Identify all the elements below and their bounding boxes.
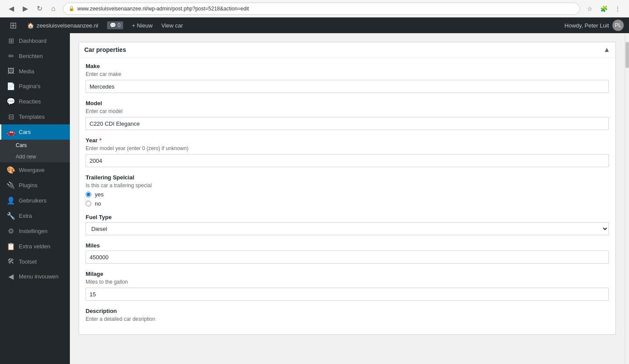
sidebar-item-cars[interactable]: 🚗 Cars (0, 124, 70, 140)
sidebar-item-label: Cars (19, 129, 31, 135)
sidebar-item-dashboard[interactable]: ⊞ Dashboard (0, 33, 70, 48)
year-label: Year * (86, 137, 609, 144)
plugins-icon: 🔌 (7, 181, 15, 189)
sidebar-submenu-add-new[interactable]: Add new (0, 151, 70, 162)
view-car-text: View car (161, 22, 183, 29)
comments-link[interactable]: 💬 0 (103, 17, 128, 33)
browser-nav-buttons: ◀ ▶ ↻ ⌂ (5, 3, 59, 15)
required-star: * (99, 137, 101, 144)
scrollbar[interactable] (625, 33, 629, 364)
menu-invouwen-icon: ◀ (7, 272, 15, 281)
sidebar-item-extra-velden[interactable]: 📋 Extra velden (0, 239, 70, 254)
sidebar-item-label: Menu invouwen (19, 273, 59, 280)
milage-input[interactable] (86, 288, 609, 301)
sidebar-item-label: Weergave (19, 167, 45, 173)
sidebar-item-weergave[interactable]: 🎨 Weergave (0, 162, 70, 178)
new-label: + Nieuw (132, 22, 152, 29)
sidebar-item-berichten[interactable]: ✏ Berichten (0, 48, 70, 64)
metabox-header[interactable]: Car properties ▲ (79, 42, 615, 58)
radio-yes-input[interactable] (86, 192, 91, 197)
model-input[interactable] (86, 117, 609, 130)
back-button[interactable]: ◀ (5, 3, 17, 15)
sidebar-item-media[interactable]: 🖼 Media (0, 64, 70, 79)
sidebar-submenu-cars[interactable]: Cars (0, 140, 70, 151)
sidebar-item-extra[interactable]: 🔧 Extra (0, 208, 70, 223)
year-field-group: Year * Enter model year (enter 0 (zero) … (86, 137, 609, 167)
paginas-icon: 📄 (7, 82, 15, 90)
berichten-icon: ✏ (7, 52, 15, 60)
sidebar-item-toolset[interactable]: 🛠 Toolset (0, 254, 70, 269)
radio-no-input[interactable] (86, 201, 91, 206)
sidebar-item-label: Pagina's (19, 83, 40, 89)
metabox-body: Make Enter car make Model Enter car mode… (79, 58, 615, 334)
dashboard-icon: ⊞ (7, 37, 15, 45)
home-button[interactable]: ⌂ (47, 3, 59, 15)
sidebar-item-label: Berichten (19, 53, 43, 59)
sidebar-menu: ⊞ Dashboard ✏ Berichten 🖼 Media 📄 Pagina… (0, 33, 70, 284)
make-label: Make (86, 63, 609, 69)
extra-icon: 🔧 (7, 212, 15, 220)
new-content-link[interactable]: + Nieuw (128, 17, 157, 33)
sidebar-item-reacties[interactable]: 💬 Reacties (0, 94, 70, 109)
comments-bubble: 💬 0 (107, 21, 123, 29)
lock-icon: 🔒 (69, 6, 75, 11)
miles-input[interactable] (86, 251, 609, 264)
forward-button[interactable]: ▶ (19, 3, 31, 15)
reload-button[interactable]: ↻ (33, 3, 45, 15)
sidebar-item-label: Toolset (19, 258, 37, 265)
howdy-text: Howdy, Peter Luit (564, 22, 609, 29)
gebruikers-icon: 👤 (7, 196, 15, 205)
fuel-type-label: Fuel Type (86, 214, 609, 220)
site-name-link[interactable]: 🏠 zeesluisvelsenaanzee.nl (23, 17, 103, 33)
milage-label: Milage (86, 271, 609, 277)
main-content: Car properties ▲ Make Enter car make Mod… (70, 33, 625, 364)
view-car-link[interactable]: View car (157, 17, 187, 33)
sidebar-item-paginas[interactable]: 📄 Pagina's (0, 79, 70, 94)
miles-field-group: Miles (86, 242, 609, 264)
sidebar-item-plugins[interactable]: 🔌 Plugins (0, 178, 70, 193)
milage-hint: Miles to the gallon (86, 279, 609, 285)
sidebar-item-instellingen[interactable]: ⚙ Instellingen (0, 223, 70, 239)
avatar: PL (612, 20, 624, 31)
radio-no-label: no (95, 200, 101, 207)
url-text: www.zeesluisvelsenaanzee.nl/wp-admin/pos… (77, 6, 249, 12)
model-label: Model (86, 100, 609, 106)
fuel-type-field-group: Fuel Type Diesel Petrol Electric Hybrid (86, 214, 609, 235)
sidebar-item-menu-invouwen[interactable]: ◀ Menu invouwen (0, 269, 70, 284)
address-bar[interactable]: 🔒 www.zeesluisvelsenaanzee.nl/wp-admin/p… (63, 3, 580, 15)
year-input[interactable] (86, 154, 609, 167)
sidebar-item-label: Dashboard (19, 38, 47, 44)
make-input[interactable] (86, 80, 609, 93)
site-icon: 🏠 (27, 22, 34, 29)
car-properties-metabox: Car properties ▲ Make Enter car make Mod… (79, 42, 616, 335)
sidebar-item-templates[interactable]: ⊟ Templates (0, 109, 70, 124)
radio-yes[interactable]: yes (86, 191, 609, 198)
sidebar-item-gebruikers[interactable]: 👤 Gebruikers (0, 193, 70, 208)
weergave-icon: 🎨 (7, 166, 15, 174)
cars-icon: 🚗 (7, 128, 15, 136)
miles-label: Miles (86, 242, 609, 249)
sidebar-item-label: Plugins (19, 182, 38, 189)
model-hint: Enter car model (86, 108, 609, 114)
templates-icon: ⊟ (7, 113, 15, 121)
browser-chrome: ◀ ▶ ↻ ⌂ 🔒 www.zeesluisvelsenaanzee.nl/wp… (0, 0, 629, 17)
fuel-type-select[interactable]: Diesel Petrol Electric Hybrid (86, 222, 609, 235)
extensions-button[interactable]: 🧩 (598, 3, 610, 15)
cars-submenu: Cars Add new (0, 140, 70, 162)
make-hint: Enter car make (86, 71, 609, 77)
trailering-hint: Is this car a trailering special (86, 182, 609, 189)
site-name-text: zeesluisvelsenaanzee.nl (37, 22, 98, 29)
browser-action-buttons: ☆ 🧩 ⋮ (584, 3, 624, 15)
wp-logo[interactable]: ⊞ (5, 17, 21, 33)
menu-button[interactable]: ⋮ (612, 3, 624, 15)
radio-no[interactable]: no (86, 200, 609, 207)
description-hint: Enter a detailed car desription (86, 316, 609, 322)
bookmark-button[interactable]: ☆ (584, 3, 596, 15)
trailering-radio-group: yes no (86, 191, 609, 207)
user-info: Howdy, Peter Luit PL (564, 20, 624, 31)
metabox-title: Car properties (84, 46, 126, 53)
sidebar-item-label: Reacties (19, 98, 41, 105)
scrollbar-thumb (626, 42, 629, 68)
year-hint: Enter model year (enter 0 (zero) if unkn… (86, 145, 609, 151)
radio-yes-label: yes (95, 191, 104, 198)
